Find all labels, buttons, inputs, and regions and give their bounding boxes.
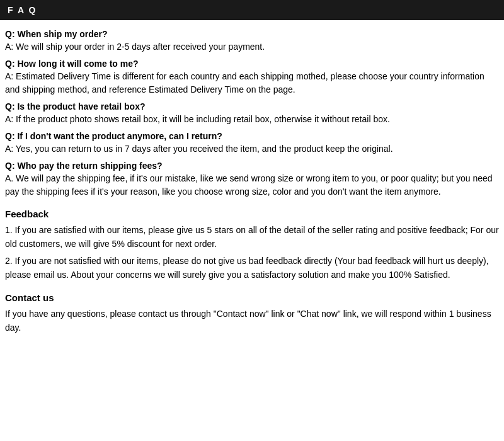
- faq-item-3: Q: If I don't want the product anymore, …: [5, 131, 499, 156]
- faq-item-1: Q: How long it will come to me? A: Estim…: [5, 59, 499, 96]
- faq-section: Q: When ship my order? A: We will ship y…: [5, 29, 499, 198]
- feedback-point-0: 1. If you are satisfied with our items, …: [5, 223, 499, 251]
- faq-item-0: Q: When ship my order? A: We will ship y…: [5, 29, 499, 54]
- faq-question-2: Q: Is the product have retail box?: [5, 101, 499, 112]
- feedback-point-1: 2. If you are not satisfied with our ite…: [5, 254, 499, 282]
- faq-question-0: Q: When ship my order?: [5, 29, 499, 39]
- feedback-title: Feedback: [5, 209, 499, 219]
- faq-item-2: Q: Is the product have retail box? A: If…: [5, 101, 499, 126]
- faq-question-1: Q: How long it will come to me?: [5, 59, 499, 69]
- feedback-section: Feedback 1. If you are satisfied with ou…: [5, 209, 499, 282]
- main-content: Q: When ship my order? A: We will ship y…: [0, 26, 504, 340]
- faq-header-title: F A Q: [8, 5, 37, 15]
- faq-header: F A Q: [0, 0, 504, 20]
- contact-section: Contact us If you have any questions, pl…: [5, 292, 499, 335]
- faq-question-4: Q: Who pay the return shipping fees?: [5, 161, 499, 171]
- faq-answer-3: A: Yes, you can return to us in 7 days a…: [5, 142, 499, 156]
- faq-answer-4: A. We will pay the shipping fee, if it's…: [5, 172, 499, 198]
- faq-item-4: Q: Who pay the return shipping fees? A. …: [5, 161, 499, 198]
- faq-answer-1: A: Estimated Delivery Time is different …: [5, 70, 499, 96]
- faq-answer-0: A: We will ship your order in 2-5 days a…: [5, 40, 499, 54]
- contact-text: If you have any questions, please contac…: [5, 307, 499, 335]
- faq-answer-2: A: If the product photo shows retail box…: [5, 113, 499, 126]
- contact-title: Contact us: [5, 292, 499, 303]
- faq-question-3: Q: If I don't want the product anymore, …: [5, 131, 499, 141]
